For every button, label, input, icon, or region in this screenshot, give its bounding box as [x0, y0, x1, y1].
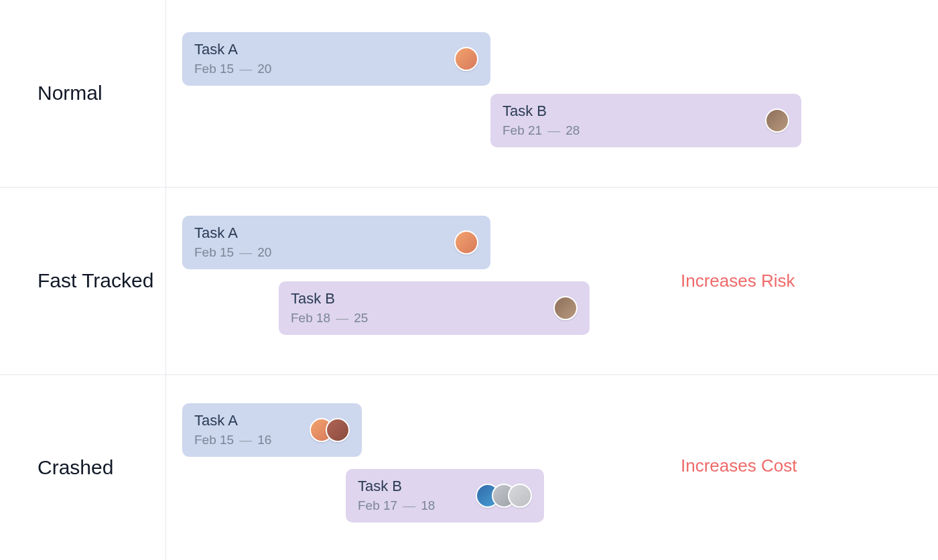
timeline-fast: Task A Feb 15 — 20 Task B Feb 18 —: [166, 188, 938, 374]
date-separator: —: [238, 245, 253, 260]
row-label: Fast Tracked: [38, 269, 153, 293]
avatar-icon: [508, 484, 532, 508]
task-card-crashed-a: Task A Feb 15 — 16: [182, 403, 362, 457]
avatar-icon: [553, 296, 578, 320]
date-suffix: 20: [257, 62, 271, 76]
avatars: [454, 47, 478, 71]
diagram-root: Normal Task A Feb 15 — 20 Task B: [0, 0, 938, 560]
avatars: [476, 484, 532, 508]
avatar-icon: [454, 230, 478, 255]
date-prefix: Feb 15: [194, 62, 234, 76]
avatar-icon: [454, 47, 478, 71]
task-body: Task B Feb 21 — 28: [503, 103, 580, 138]
date-suffix: 25: [354, 311, 368, 326]
task-dates: Feb 15 — 16: [194, 433, 271, 447]
date-prefix: Feb 15: [194, 433, 234, 447]
task-dates: Feb 17 — 18: [358, 498, 435, 513]
row-label: Normal: [38, 82, 103, 105]
date-separator: —: [401, 498, 417, 513]
row-normal: Normal Task A Feb 15 — 20 Task B: [0, 0, 938, 188]
date-separator: —: [238, 433, 253, 447]
date-separator: —: [546, 123, 561, 138]
date-prefix: Feb 18: [291, 311, 330, 326]
task-card-fast-a: Task A Feb 15 — 20: [182, 216, 490, 269]
avatars: [454, 230, 478, 255]
date-prefix: Feb 15: [194, 245, 234, 260]
task-card-normal-a: Task A Feb 15 — 20: [182, 32, 490, 86]
row-label: Crashed: [38, 456, 113, 480]
timeline-crashed: Task A Feb 15 — 16 Task B Feb 17: [166, 375, 938, 560]
task-title: Task B: [291, 291, 368, 307]
task-dates: Feb 15 — 20: [194, 62, 271, 76]
date-separator: —: [238, 62, 253, 76]
task-title: Task A: [194, 225, 271, 241]
date-separator: —: [334, 311, 350, 326]
row-fast-tracked: Fast Tracked Task A Feb 15 — 20 T: [0, 188, 938, 375]
avatar-icon: [326, 418, 350, 442]
avatars: [553, 296, 578, 320]
row-crashed: Crashed Task A Feb 15 — 16: [0, 375, 938, 560]
avatar-icon: [765, 109, 789, 133]
date-suffix: 16: [257, 433, 271, 447]
task-card-normal-b: Task B Feb 21 — 28: [490, 94, 801, 147]
timeline-normal: Task A Feb 15 — 20 Task B Feb 21 —: [166, 0, 938, 187]
row-label-col: Crashed: [0, 375, 166, 560]
avatars: [765, 109, 789, 133]
task-title: Task A: [194, 413, 271, 429]
date-suffix: 28: [565, 123, 580, 138]
task-title: Task A: [194, 42, 271, 58]
task-card-fast-b: Task B Feb 18 — 25: [279, 281, 590, 335]
row-label-col: Fast Tracked: [0, 188, 166, 374]
date-suffix: 20: [257, 245, 271, 260]
task-title: Task B: [503, 103, 580, 119]
task-body: Task B Feb 17 — 18: [358, 478, 435, 513]
task-body: Task A Feb 15 — 16: [194, 413, 271, 447]
note-fast: Increases Risk: [681, 271, 795, 291]
date-suffix: 18: [421, 498, 435, 513]
avatars: [310, 418, 350, 442]
task-body: Task B Feb 18 — 25: [291, 291, 368, 326]
task-body: Task A Feb 15 — 20: [194, 42, 271, 76]
date-prefix: Feb 17: [358, 498, 397, 513]
task-card-crashed-b: Task B Feb 17 — 18: [346, 469, 544, 522]
note-crashed: Increases Cost: [681, 456, 797, 476]
task-body: Task A Feb 15 — 20: [194, 225, 271, 260]
task-dates: Feb 15 — 20: [194, 245, 271, 260]
date-prefix: Feb 21: [503, 123, 542, 138]
task-dates: Feb 21 — 28: [503, 123, 580, 138]
task-title: Task B: [358, 478, 435, 494]
row-label-col: Normal: [0, 0, 166, 187]
task-dates: Feb 18 — 25: [291, 311, 368, 326]
